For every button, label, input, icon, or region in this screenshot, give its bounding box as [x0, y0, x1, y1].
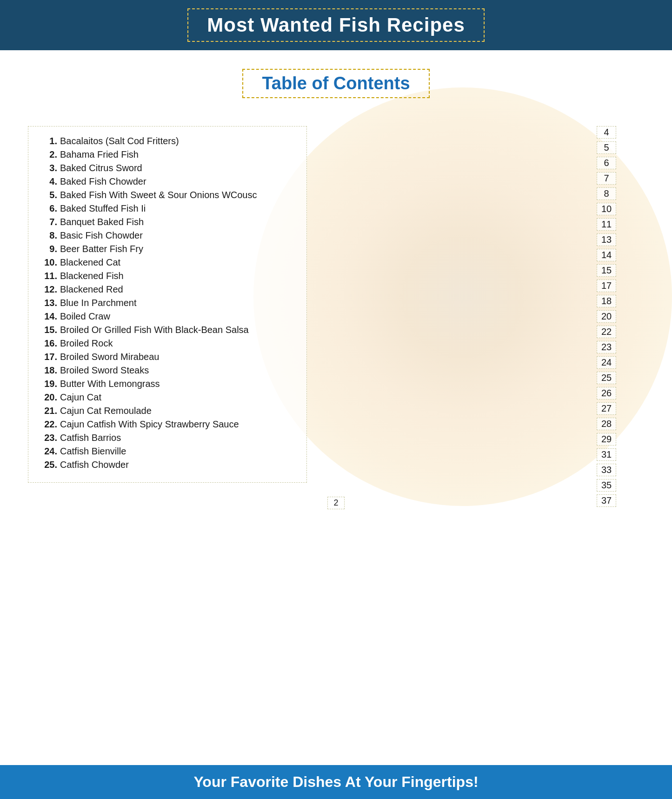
page-num-row: 4 [597, 126, 616, 139]
toc-item-name: Broiled Rock [60, 338, 293, 349]
page-num-row: 5 [597, 141, 616, 154]
toc-item: 16.Broiled Rock [42, 338, 293, 349]
page-num-row: 25 [597, 372, 616, 384]
page-num-box: 5 [597, 141, 616, 154]
toc-item-name: Blackened Red [60, 284, 293, 295]
toc-item-name: Baked Fish Chowder [60, 176, 293, 187]
toc-item-num: 8. [42, 230, 60, 241]
toc-list-box: 1.Bacalaitos (Salt Cod Fritters)2.Bahama… [28, 126, 307, 483]
toc-item-num: 19. [42, 379, 60, 389]
toc-item-num: 21. [42, 406, 60, 416]
toc-item: 7.Banquet Baked Fish [42, 217, 293, 227]
toc-item-name: Bahama Fried Fish [60, 149, 293, 160]
page-num-row: 11 [597, 218, 616, 231]
toc-item-name: Blackened Cat [60, 257, 293, 268]
toc-item: 13.Blue In Parchment [42, 298, 293, 308]
page-num-box: 18 [597, 295, 616, 307]
page-number-center: 2 [28, 497, 644, 509]
main-content: Table of Contents 1.Bacalaitos (Salt Cod… [0, 50, 672, 765]
toc-item-num: 15. [42, 325, 60, 335]
toc-item-num: 7. [42, 217, 60, 227]
footer-text: Your Favorite Dishes At Your Fingertips! [193, 773, 478, 791]
toc-item: 9.Beer Batter Fish Fry [42, 244, 293, 254]
page-num-row: 20 [597, 310, 616, 323]
toc-item: 8.Basic Fish Chowder [42, 230, 293, 241]
page-num-box: 13 [597, 233, 616, 246]
toc-item-name: Banquet Baked Fish [60, 217, 293, 227]
toc-item-name: Cajun Cat [60, 392, 293, 403]
toc-item-name: Broiled Or Grilled Fish With Black-Bean … [60, 325, 293, 335]
page-num-box: 37 [597, 494, 616, 507]
page-num-box: 8 [597, 187, 616, 200]
page-num-box: 35 [597, 479, 616, 492]
page-num-box: 10 [597, 203, 616, 215]
page-num-box: 24 [597, 356, 616, 369]
toc-item: 4.Baked Fish Chowder [42, 176, 293, 187]
toc-item-name: Baked Citrus Sword [60, 163, 293, 173]
toc-item-num: 2. [42, 149, 60, 160]
center-page-num: 2 [327, 497, 344, 509]
toc-item-num: 9. [42, 244, 60, 254]
toc-item-num: 20. [42, 392, 60, 403]
toc-item-num: 13. [42, 298, 60, 308]
toc-item-num: 22. [42, 419, 60, 430]
page-num-row: 31 [597, 448, 616, 461]
page-num-row: 17 [597, 280, 616, 292]
toc-item-num: 1. [42, 136, 60, 146]
toc-item-name: Catfish Barrios [60, 433, 293, 443]
page-num-row: 14 [597, 249, 616, 261]
page-num-box: 26 [597, 387, 616, 400]
page-num-row: 29 [597, 433, 616, 446]
toc-section: Table of Contents 1.Bacalaitos (Salt Cod… [28, 69, 644, 509]
toc-item-num: 10. [42, 257, 60, 268]
page-num-box: 17 [597, 280, 616, 292]
toc-item: 15.Broiled Or Grilled Fish With Black-Be… [42, 325, 293, 335]
toc-item: 2.Bahama Fried Fish [42, 149, 293, 160]
page-num-box: 7 [597, 172, 616, 185]
toc-item-num: 23. [42, 433, 60, 443]
page-num-box: 33 [597, 464, 616, 476]
page-num-box: 22 [597, 326, 616, 338]
page-num-row: 23 [597, 341, 616, 353]
toc-item: 18.Broiled Sword Steaks [42, 365, 293, 376]
toc-item: 21.Cajun Cat Remoulade [42, 406, 293, 416]
toc-item: 10.Blackened Cat [42, 257, 293, 268]
toc-item-name: Baked Stuffed Fish Ii [60, 203, 293, 214]
toc-item: 17.Broiled Sword Mirabeau [42, 352, 293, 362]
toc-item-num: 3. [42, 163, 60, 173]
toc-item-name: Basic Fish Chowder [60, 230, 293, 241]
page-num-box: 29 [597, 433, 616, 446]
toc-item: 22.Cajun Catfish With Spicy Strawberry S… [42, 419, 293, 430]
page-num-row: 26 [597, 387, 616, 400]
toc-item: 1.Bacalaitos (Salt Cod Fritters) [42, 136, 293, 146]
toc-item: 25.Catfish Chowder [42, 459, 293, 470]
toc-item: 14.Boiled Craw [42, 311, 293, 322]
toc-item-name: Beer Batter Fish Fry [60, 244, 293, 254]
toc-title: Table of Contents [262, 73, 410, 93]
page-footer: Your Favorite Dishes At Your Fingertips! [0, 765, 672, 799]
page-num-box: 15 [597, 264, 616, 277]
toc-item: 19.Butter With Lemongrass [42, 379, 293, 389]
toc-item-name: Catfish Chowder [60, 459, 293, 470]
page-num-box: 27 [597, 402, 616, 415]
page-num-row: 10 [597, 203, 616, 215]
page-num-row: 24 [597, 356, 616, 369]
page-num-box: 11 [597, 218, 616, 231]
toc-pages: 4567810111314151718202223242526272829313… [597, 126, 616, 510]
toc-item-name: Butter With Lemongrass [60, 379, 293, 389]
toc-item-name: Blue In Parchment [60, 298, 293, 308]
toc-item-num: 25. [42, 459, 60, 470]
page-num-row: 8 [597, 187, 616, 200]
page-num-row: 35 [597, 479, 616, 492]
page-num-row: 6 [597, 157, 616, 169]
page-num-row: 33 [597, 464, 616, 476]
toc-container: 1.Bacalaitos (Salt Cod Fritters)2.Bahama… [28, 126, 644, 483]
page-num-box: 6 [597, 157, 616, 169]
page-num-row: 18 [597, 295, 616, 307]
page-num-box: 14 [597, 249, 616, 261]
toc-item-num: 4. [42, 176, 60, 187]
page-num-row: 37 [597, 494, 616, 507]
page-num-row: 22 [597, 326, 616, 338]
toc-item-num: 11. [42, 271, 60, 281]
toc-item-name: Broiled Sword Mirabeau [60, 352, 293, 362]
